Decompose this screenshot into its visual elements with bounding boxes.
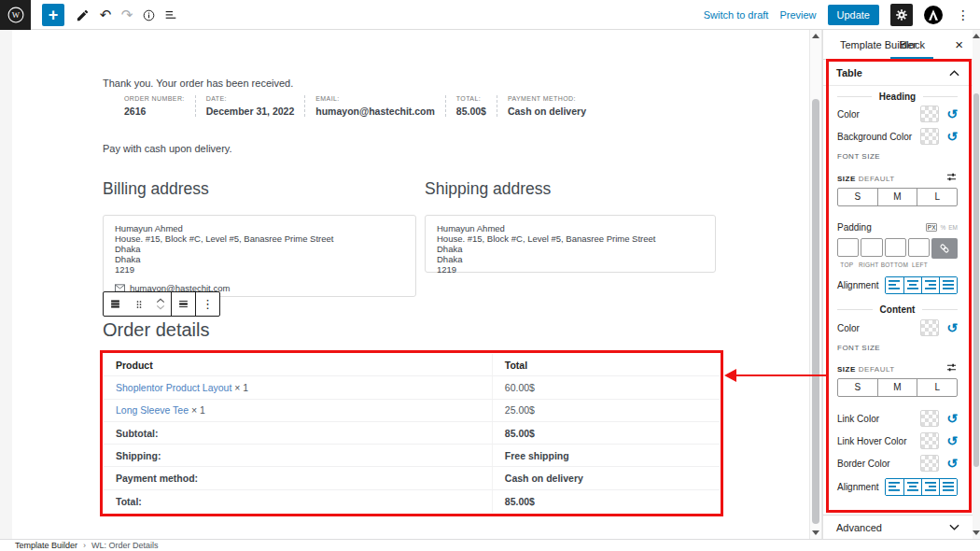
padding-left-input[interactable] <box>908 238 930 257</box>
plugin-logo-icon[interactable] <box>924 6 943 24</box>
order-total-value: 85.00$ <box>456 106 486 117</box>
product-link[interactable]: Shoplentor Product Layout <box>116 382 231 393</box>
scroll-up-arrow[interactable] <box>812 34 819 38</box>
reset-icon[interactable]: ↺ <box>946 412 958 425</box>
unit-em-button[interactable]: EM <box>948 224 958 231</box>
advanced-panel-header[interactable]: Advanced <box>823 515 973 539</box>
order-details-heading[interactable]: Order details <box>103 319 210 341</box>
padding-bottom-input[interactable] <box>885 238 906 257</box>
block-inserter-button[interactable]: + <box>42 4 64 26</box>
unit-px-button[interactable]: PX <box>926 223 938 232</box>
table-row-subtotal: Subtotal: 85.00$ <box>104 422 720 445</box>
heading-bg-color-swatch[interactable] <box>920 128 939 145</box>
block-toolbar: ⋮ <box>103 291 220 317</box>
breadcrumb-template-builder[interactable]: Template Builder <box>15 541 77 550</box>
thank-you-text[interactable]: Thank you. Your order has been received. <box>103 78 293 89</box>
heading-color-swatch[interactable] <box>920 106 939 122</box>
billing-address-heading[interactable]: Billing address <box>103 179 209 199</box>
canvas-scrollbar[interactable] <box>809 30 822 539</box>
wordpress-logo-icon[interactable]: W <box>0 0 31 30</box>
drag-handle-icon[interactable] <box>127 292 150 316</box>
align-justify-icon[interactable] <box>939 479 957 495</box>
link-values-button[interactable] <box>931 238 958 259</box>
details-info-icon[interactable] <box>137 4 160 26</box>
reset-icon[interactable]: ↺ <box>946 107 958 120</box>
align-right-icon[interactable] <box>921 479 939 495</box>
tools-pencil-icon[interactable] <box>71 4 93 26</box>
list-view-icon[interactable] <box>160 4 182 26</box>
shipping-address-block[interactable]: Humayun Ahmed House. #15, Block #C, Leve… <box>425 215 716 273</box>
sidebar-scrollbar[interactable] <box>973 30 980 539</box>
heading-alignment-row: Alignment <box>837 275 958 295</box>
close-sidebar-icon[interactable]: × <box>955 36 963 52</box>
reset-icon[interactable]: ↺ <box>946 321 958 334</box>
shipping-address-heading[interactable]: Shipping address <box>425 179 551 199</box>
table-panel-header[interactable]: Table <box>823 61 973 86</box>
size-large-button[interactable]: L <box>917 189 957 205</box>
order-overview-row[interactable]: ORDER NUMBER: 2616 DATE: December 31, 20… <box>113 95 596 117</box>
block-options-kebab-icon[interactable]: ⋮ <box>196 292 219 316</box>
redo-icon[interactable]: ↷ <box>116 4 138 26</box>
reset-icon[interactable]: ↺ <box>946 434 958 447</box>
heading-size-row: SIZEDEFAULT <box>837 169 958 184</box>
sidebar-scrollbar-thumb[interactable] <box>973 93 979 467</box>
align-center-icon[interactable] <box>903 277 921 293</box>
content-color-swatch[interactable] <box>920 319 939 336</box>
breadcrumb: Template Builder › WL: Order Details <box>0 539 980 551</box>
size-large-button[interactable]: L <box>917 379 957 396</box>
border-color-swatch[interactable] <box>920 455 939 472</box>
shipping-zip: 1219 <box>437 264 704 275</box>
svg-text:W: W <box>11 10 20 20</box>
block-mover[interactable] <box>150 292 171 316</box>
block-type-table-icon[interactable] <box>104 292 127 316</box>
align-left-icon[interactable] <box>886 479 903 495</box>
scroll-down-arrow[interactable] <box>812 530 819 535</box>
link-color-swatch[interactable] <box>920 410 939 427</box>
options-kebab-icon[interactable]: ⋮ <box>954 7 973 22</box>
product-link[interactable]: Long Sleeve Tee <box>116 404 189 416</box>
size-medium-button[interactable]: M <box>877 379 917 396</box>
align-left-icon[interactable] <box>886 277 903 293</box>
switch-to-draft-link[interactable]: Switch to draft <box>704 9 769 21</box>
alignment-toolbar-icon[interactable] <box>172 292 195 316</box>
heading-bg-color-row: Background Color ↺ <box>837 126 958 147</box>
order-email-item: EMAIL: humayon@hastechit.com <box>304 95 445 117</box>
size-small-button[interactable]: S <box>838 189 877 205</box>
reset-icon[interactable]: ↺ <box>946 130 958 143</box>
padding-right-input[interactable] <box>861 238 882 257</box>
scroll-up-arrow[interactable] <box>973 34 980 38</box>
size-medium-button[interactable]: M <box>877 189 917 205</box>
align-center-icon[interactable] <box>903 479 921 495</box>
padding-top-input[interactable] <box>837 238 859 257</box>
content-alignment-row: Alignment <box>837 476 958 497</box>
undo-icon[interactable]: ↶ <box>94 4 117 26</box>
order-date-value: December 31, 2022 <box>206 106 295 117</box>
canvas-scrollbar-thumb[interactable] <box>812 99 819 524</box>
product-total: 25.00$ <box>492 400 720 421</box>
order-payment-item: PAYMENT METHOD: Cash on delivery <box>497 95 596 117</box>
unit-percent-button[interactable]: % <box>940 224 945 231</box>
order-total-item: TOTAL: 85.00$ <box>445 95 497 117</box>
align-right-icon[interactable] <box>921 277 939 293</box>
reset-icon[interactable]: ↺ <box>946 457 958 470</box>
heading-color-row: Color ↺ <box>837 104 958 124</box>
custom-size-sliders-icon[interactable] <box>945 361 958 374</box>
link-hover-color-swatch[interactable] <box>920 432 939 449</box>
order-date-label: DATE: <box>206 95 295 102</box>
update-button[interactable]: Update <box>828 5 879 25</box>
product-column-header: Product <box>104 360 492 371</box>
shipping-name: Humayun Ahmed <box>437 223 704 233</box>
align-justify-icon[interactable] <box>939 277 957 293</box>
heading-size-segmented-control: S M L <box>837 188 958 206</box>
preview-link[interactable]: Preview <box>779 9 816 21</box>
scroll-down-arrow[interactable] <box>973 530 980 535</box>
content-size-segmented-control: S M L <box>837 378 958 397</box>
order-payment-value: Cash on delivery <box>508 106 586 117</box>
tab-block[interactable]: Block <box>900 30 925 60</box>
size-small-button[interactable]: S <box>838 379 877 396</box>
billing-address-block[interactable]: Humayun Ahmed House. #15, Block #C, Leve… <box>103 215 416 297</box>
payment-note-text[interactable]: Pay with cash upon delivery. <box>103 143 232 154</box>
custom-size-sliders-icon[interactable] <box>945 171 958 183</box>
order-details-table[interactable]: Product Total Shoplentor Product Layout … <box>104 354 720 513</box>
settings-gear-icon[interactable] <box>890 4 913 26</box>
